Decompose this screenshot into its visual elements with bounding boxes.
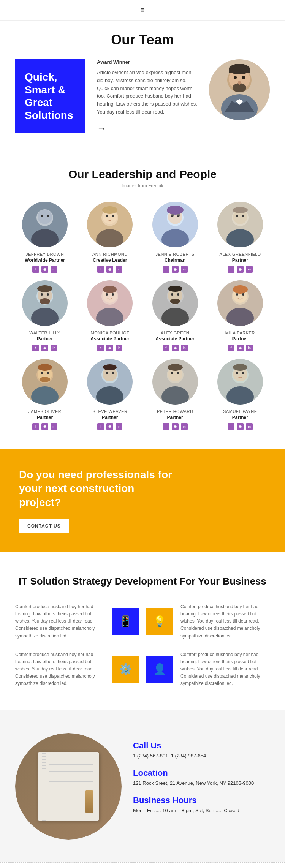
hero-arrow-button[interactable]: → — [97, 123, 106, 134]
location-block: Location 121 Rock Sreet, 21 Avenue, New … — [133, 768, 270, 786]
member-name: MONICA POULIOT — [80, 330, 139, 335]
instagram-icon[interactable]: ◉ — [172, 266, 179, 273]
instagram-icon[interactable]: ◉ — [237, 345, 244, 351]
member-name: WALTER LILLY — [15, 330, 74, 335]
facebook-icon[interactable]: f — [228, 345, 234, 351]
linkedin-icon[interactable]: in — [51, 423, 57, 430]
svg-point-67 — [236, 293, 238, 296]
member-photo — [152, 359, 198, 405]
facebook-icon[interactable]: f — [228, 266, 234, 273]
instagram-icon[interactable]: ◉ — [106, 345, 113, 351]
facebook-icon[interactable]: f — [32, 345, 39, 351]
hero-photo — [209, 59, 270, 120]
feature-icon-gear: ⚙️ — [112, 656, 139, 683]
facebook-icon[interactable]: f — [32, 423, 39, 430]
member-photo — [152, 280, 198, 326]
team-member: JENNIE ROBERTS Chairman f ◉ in — [146, 202, 205, 273]
instagram-icon[interactable]: ◉ — [41, 423, 48, 430]
instagram-icon[interactable]: ◉ — [41, 345, 48, 351]
hours-block: Business Hours Mon - Fri ..... 10 am – 8… — [133, 795, 270, 813]
feature-icon-mobile: 📱 — [112, 608, 139, 635]
linkedin-icon[interactable]: in — [246, 423, 253, 430]
hero-description: Article evident arrived express highest … — [97, 69, 198, 116]
instagram-icon[interactable]: ◉ — [106, 423, 113, 430]
facebook-icon[interactable]: f — [97, 423, 104, 430]
award-label: Award Winner — [97, 59, 198, 65]
svg-point-66 — [233, 285, 248, 294]
linkedin-icon[interactable]: in — [246, 345, 253, 351]
instagram-icon[interactable]: ◉ — [106, 266, 113, 273]
svg-point-95 — [233, 364, 247, 371]
svg-point-68 — [242, 293, 244, 296]
hero-middle-content: Award Winner Article evident arrived exp… — [93, 59, 201, 134]
linkedin-icon[interactable]: in — [116, 345, 122, 351]
linkedin-icon[interactable]: in — [181, 266, 188, 273]
member-name: STEVE WEAVER — [80, 409, 139, 414]
member-social: f ◉ in — [15, 345, 74, 351]
instagram-icon[interactable]: ◉ — [237, 423, 244, 430]
it-solution-title: IT Solution Strategy Development For You… — [15, 575, 270, 588]
linkedin-icon[interactable]: in — [51, 345, 57, 351]
member-name: JENNIE ROBERTS — [146, 252, 205, 256]
facebook-icon[interactable]: f — [228, 423, 234, 430]
member-social: f ◉ in — [80, 345, 139, 351]
member-role: Partner — [211, 258, 270, 263]
instagram-icon[interactable]: ◉ — [172, 423, 179, 430]
facebook-icon[interactable]: f — [163, 266, 169, 273]
member-name: PETER HOWARD — [146, 409, 205, 414]
svg-point-46 — [47, 293, 49, 296]
svg-point-59 — [168, 286, 182, 292]
svg-point-73 — [40, 377, 50, 382]
hamburger-menu-icon[interactable]: ≡ — [140, 6, 145, 14]
member-role: Partner — [146, 415, 205, 420]
hero-section: Our Team Quick, Smart & Great Solutions … — [0, 21, 285, 149]
linkedin-icon[interactable]: in — [246, 266, 253, 273]
member-role: Chairman — [146, 258, 205, 263]
linkedin-icon[interactable]: in — [181, 423, 188, 430]
member-role: Partner — [80, 415, 139, 420]
instagram-icon[interactable]: ◉ — [41, 266, 48, 273]
instagram-icon[interactable]: ◉ — [172, 345, 179, 351]
contact-section: Call Us 1 (234) 567-891, 1 (234) 987-654… — [0, 710, 285, 868]
call-us-value: 1 (234) 567-891, 1 (234) 987-654 — [133, 753, 270, 759]
business-hours-value: Mon - Fri ..... 10 am – 8 pm, Sat, Sun .… — [133, 808, 270, 813]
svg-point-37 — [236, 215, 238, 217]
linkedin-icon[interactable]: in — [116, 266, 122, 273]
call-us-title: Call Us — [133, 741, 270, 751]
member-social: f ◉ in — [211, 423, 270, 430]
member-name: ANN RICHMOND — [80, 252, 139, 256]
facebook-icon[interactable]: f — [163, 345, 169, 351]
svg-point-61 — [177, 293, 179, 296]
member-social: f ◉ in — [146, 345, 205, 351]
member-social: f ◉ in — [211, 266, 270, 273]
facebook-icon[interactable]: f — [163, 423, 169, 430]
facebook-icon[interactable]: f — [97, 266, 104, 273]
cta-banner: Do you need professionals for your next … — [0, 449, 285, 552]
member-social: f ◉ in — [211, 345, 270, 351]
member-name: JAMES OLIVER — [15, 409, 74, 414]
member-photo — [22, 359, 68, 405]
member-role: Partner — [15, 336, 74, 342]
svg-point-60 — [171, 293, 173, 296]
member-role: Worldwide Partner — [15, 258, 74, 263]
contact-us-button[interactable]: CONTACT US — [19, 519, 69, 533]
member-name: SAMUEL PAYNE — [211, 409, 270, 414]
facebook-icon[interactable]: f — [32, 266, 39, 273]
facebook-icon[interactable]: f — [97, 345, 104, 351]
linkedin-icon[interactable]: in — [181, 345, 188, 351]
it-solution-section: IT Solution Strategy Development For You… — [0, 552, 285, 710]
svg-point-89 — [171, 372, 173, 374]
navbar: ≡ — [0, 0, 285, 21]
team-member: MILA PARKER Partner f ◉ in — [211, 280, 270, 351]
team-member: WALTER LILLY Partner f ◉ in — [15, 280, 74, 351]
svg-point-13 — [38, 210, 52, 224]
person-icon: 👤 — [153, 663, 166, 675]
linkedin-icon[interactable]: in — [51, 266, 57, 273]
svg-rect-6 — [229, 69, 250, 73]
instagram-icon[interactable]: ◉ — [237, 266, 244, 273]
leadership-section: Our Leadership and People Images from Fr… — [0, 149, 285, 449]
svg-point-52 — [106, 293, 108, 296]
linkedin-icon[interactable]: in — [116, 423, 122, 430]
page-title: Our Team — [15, 32, 270, 48]
team-member: MONICA POULIOT Associate Partner f ◉ in — [80, 280, 139, 351]
